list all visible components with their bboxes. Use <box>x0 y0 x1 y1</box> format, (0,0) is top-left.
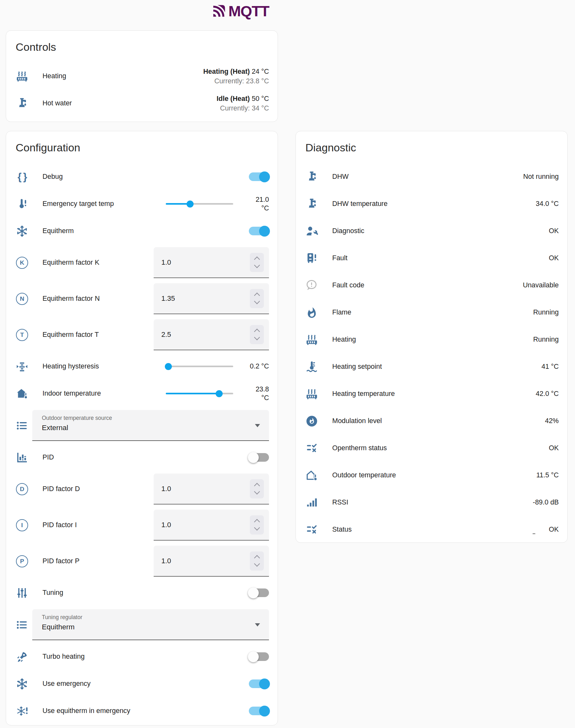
select-outdoor-temperature-source[interactable]: Outdoor temperature source External <box>32 410 269 441</box>
config-row-equitherm-factor-t: T Equitherm factor T 2.5 <box>6 317 278 353</box>
control-row-heating[interactable]: Heating Heating (Heat) 24 °C Currently: … <box>6 63 278 90</box>
number-input-pid-factor-p[interactable]: 1.0 <box>154 546 269 577</box>
list-bulleted-icon <box>15 618 28 631</box>
message-alert-icon <box>305 279 318 292</box>
slider-value-line: 0.2 °C <box>233 362 269 371</box>
list-status-icon <box>305 442 318 455</box>
toggle-debug[interactable] <box>249 173 269 181</box>
stepper-up-icon[interactable] <box>254 483 260 488</box>
config-row-label: Turbo heating <box>42 653 249 661</box>
account-wrench-icon <box>305 225 318 238</box>
rocket-icon <box>15 650 28 663</box>
number-stepper[interactable] <box>250 289 264 308</box>
stepper-down-icon[interactable] <box>254 334 260 340</box>
select-tuning-regulator[interactable]: Tuning regulator Equitherm <box>32 609 269 640</box>
stepper-down-icon[interactable] <box>254 561 260 567</box>
home-thermometer-outline-icon <box>305 469 318 482</box>
stepper-up-icon[interactable] <box>254 292 260 298</box>
toggle-turbo-heating[interactable] <box>249 652 269 661</box>
select-value: Equitherm <box>42 623 250 631</box>
number-stepper[interactable] <box>250 253 264 272</box>
diagnostic-row-dhw-temperature[interactable]: DHW temperature 34.0 °C <box>296 190 567 217</box>
toggle-knob <box>259 706 270 717</box>
stepper-down-icon[interactable] <box>254 488 260 494</box>
toggle-tuning[interactable] <box>249 588 269 597</box>
diagnostic-row-fault-code[interactable]: Fault code Unavailable <box>296 272 567 299</box>
config-row-indoor-temperature: Indoor temperature 23.8°C <box>6 380 278 407</box>
diagnostic-row-heating-setpoint[interactable]: Heating setpoint 41 °C <box>296 353 567 380</box>
number-input-equitherm-factor-t[interactable]: 2.5 <box>154 319 269 350</box>
slider-track[interactable] <box>166 366 233 367</box>
control-row-hot-water[interactable]: Hot water Idle (Heat) 50 °C Currently: 3… <box>6 90 278 117</box>
number-stepper[interactable] <box>250 479 264 499</box>
slider-thumb[interactable] <box>165 363 172 370</box>
diagnostic-row-dhw[interactable]: DHW Not running <box>296 163 567 190</box>
stepper-up-icon[interactable] <box>254 256 260 262</box>
select-label: Tuning regulator <box>42 614 250 621</box>
configuration-card-title: Configuration <box>6 131 278 153</box>
number-input-pid-factor-d[interactable]: 1.0 <box>154 474 269 505</box>
stepper-up-icon[interactable] <box>254 555 260 561</box>
stepper-up-icon[interactable] <box>254 519 260 524</box>
slider-heating-hysteresis[interactable] <box>166 362 233 371</box>
config-row-outdoor-temperature-source: Outdoor temperature source External <box>6 407 278 444</box>
diagnostic-row-flame[interactable]: Flame Running <box>296 299 567 326</box>
diagnostic-row-value: OK <box>549 254 559 262</box>
slider-thumb[interactable] <box>187 201 194 208</box>
number-input-pid-factor-i[interactable]: 1.0 <box>154 510 269 541</box>
toggle-pid[interactable] <box>249 453 269 462</box>
stepper-down-icon[interactable] <box>254 262 260 268</box>
diagnostic-row-rssi[interactable]: RSSI -89.0 dB <box>296 489 567 516</box>
diagnostic-row-modulation-level[interactable]: Modulation level 42% <box>296 407 567 435</box>
diagnostic-row-outdoor-temperature[interactable]: Outdoor temperature 11.5 °C <box>296 462 567 489</box>
diagnostic-row-label: Fault <box>332 254 549 262</box>
state-value: 50 °C <box>252 95 269 103</box>
config-row-label: Equitherm <box>42 227 249 235</box>
hysteresis-icon <box>15 360 28 373</box>
control-row-label: Heating <box>42 72 203 80</box>
controls-card: Controls Heating Heating (Heat) 24 °C Cu… <box>6 30 278 122</box>
diagnostic-row-value: Running <box>533 336 559 343</box>
slider-thumb[interactable] <box>215 390 223 397</box>
config-row-pid-factor-p: P PID factor P 1.0 <box>6 543 278 579</box>
diagnostic-row-diagnostic[interactable]: Diagnostic OK <box>296 217 567 245</box>
state-value: 24 °C <box>252 68 269 75</box>
diagnostic-row-label: RSSI <box>332 499 533 506</box>
diagnostic-row-opentherm-status[interactable]: Opentherm status OK <box>296 435 567 462</box>
diagnostic-row-label: Fault code <box>332 281 523 289</box>
diagnostic-row-heating[interactable]: Heating Running <box>296 326 567 353</box>
stepper-up-icon[interactable] <box>254 329 260 334</box>
config-row-label: PID factor P <box>42 557 154 565</box>
number-input-equitherm-factor-k[interactable]: 1.0 <box>154 247 269 278</box>
diagnostic-row-fault[interactable]: Fault OK <box>296 245 567 272</box>
number-stepper[interactable] <box>250 515 264 535</box>
number-input-value: 1.0 <box>161 557 171 565</box>
stepper-down-icon[interactable] <box>254 524 260 530</box>
diagnostic-row-status[interactable]: Status OK <box>296 516 567 543</box>
slider-value-line: 23.8 <box>233 385 269 394</box>
alpha-k-circle-icon: K <box>15 257 28 269</box>
number-stepper[interactable] <box>250 551 264 571</box>
slider-indoor-temperature[interactable] <box>166 390 233 398</box>
toggle-equitherm[interactable] <box>249 227 269 235</box>
diagnostic-row-value: 42% <box>545 417 559 425</box>
diagnostic-row-heating-temperature[interactable]: Heating temperature 42.0 °C <box>296 380 567 407</box>
toggle-use-equitherm-in-emergency[interactable] <box>249 706 269 715</box>
config-row-label: Equitherm factor T <box>42 331 154 339</box>
sun-snowflake-icon <box>15 678 28 690</box>
dropdown-arrow-icon[interactable] <box>255 623 260 626</box>
number-stepper[interactable] <box>250 325 264 344</box>
number-input-equitherm-factor-n[interactable]: 1.35 <box>154 283 269 314</box>
radiator-icon <box>305 388 318 400</box>
slider-value: 23.8°C <box>233 385 269 402</box>
config-row-heating-hysteresis: Heating hysteresis 0.2 °C <box>6 353 278 380</box>
diagnostic-row-label: Flame <box>332 308 533 317</box>
radiator-icon <box>15 70 28 83</box>
slider-emergency-target-temp[interactable] <box>166 200 233 208</box>
toggle-knob <box>248 452 259 463</box>
tune-icon <box>15 587 28 599</box>
stepper-down-icon[interactable] <box>254 298 260 304</box>
config-row-equitherm-factor-n: N Equitherm factor N 1.35 <box>6 281 278 317</box>
toggle-use-emergency[interactable] <box>249 680 269 688</box>
dropdown-arrow-icon[interactable] <box>255 424 260 427</box>
